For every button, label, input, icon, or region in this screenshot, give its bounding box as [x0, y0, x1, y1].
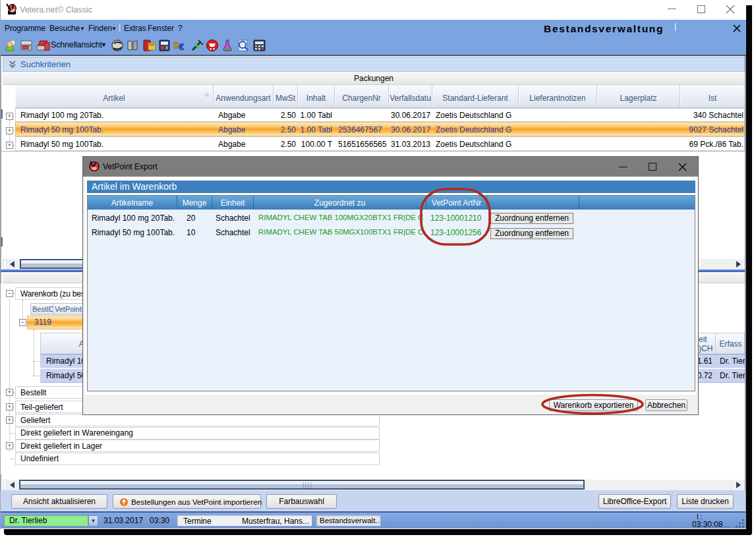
svg-text:€: €: [179, 41, 185, 52]
